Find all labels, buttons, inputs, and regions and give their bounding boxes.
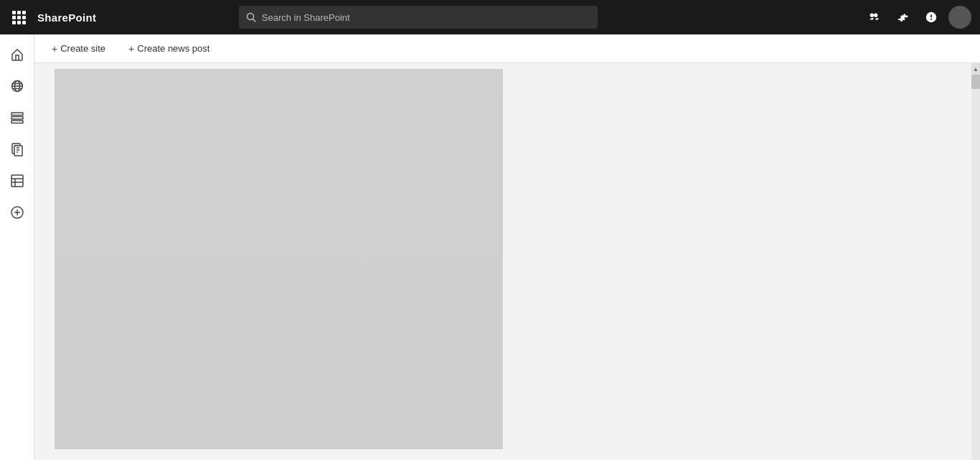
create-news-post-label: Create news post [137, 43, 209, 54]
feed-icon [10, 111, 24, 125]
svg-rect-11 [14, 146, 22, 156]
create-icon [10, 205, 24, 220]
scrollbar-up-arrow[interactable]: ▲ [971, 63, 980, 75]
nav-icons [862, 6, 971, 29]
gear-icon [896, 11, 909, 24]
svg-rect-12 [11, 175, 23, 187]
sidebar-item-home[interactable] [3, 40, 32, 69]
create-news-post-button[interactable]: + Create news post [123, 40, 215, 57]
top-navigation: SharePoint Search in SharePoint [0, 0, 980, 34]
help-icon-button[interactable] [920, 6, 943, 29]
search-icon [246, 12, 256, 22]
search-placeholder: Search in SharePoint [262, 12, 350, 23]
sidebar-item-create[interactable] [3, 198, 32, 227]
scrollbar-thumb[interactable] [971, 75, 980, 89]
sidebar [0, 34, 34, 460]
create-site-plus-icon: + [52, 43, 57, 55]
right-panel [503, 63, 971, 460]
content-area: + Create site + Create news post ▲ [34, 34, 980, 460]
create-news-post-plus-icon: + [128, 43, 134, 55]
search-bar[interactable]: Search in SharePoint [239, 6, 598, 29]
lists-icon [10, 174, 24, 188]
svg-rect-7 [11, 113, 23, 116]
create-site-button[interactable]: + Create site [46, 40, 111, 57]
settings-icon-button[interactable] [891, 6, 914, 29]
sidebar-item-pages[interactable] [3, 135, 32, 164]
create-site-label: Create site [60, 43, 105, 54]
page-content [34, 63, 503, 460]
pages-icon [10, 142, 24, 156]
toolbar: + Create site + Create news post [34, 34, 980, 63]
svg-rect-9 [11, 121, 23, 123]
globe-icon [10, 79, 24, 93]
user-avatar[interactable] [948, 6, 971, 29]
svg-rect-8 [11, 117, 23, 120]
help-icon [925, 11, 938, 24]
scrollbar-track [971, 75, 980, 460]
waffle-icon[interactable] [9, 7, 29, 27]
main-wrapper: + Create site + Create news post ▲ [0, 34, 980, 460]
sidebar-item-lists[interactable] [3, 166, 32, 195]
sidebar-item-feed[interactable] [3, 103, 32, 132]
scroll-area: ▲ [34, 63, 980, 460]
vertical-scrollbar[interactable]: ▲ [971, 63, 980, 460]
social-icon [867, 11, 880, 24]
social-icon-button[interactable] [862, 6, 885, 29]
sidebar-item-globe[interactable] [3, 72, 32, 100]
home-icon [10, 47, 24, 62]
svg-line-1 [253, 19, 255, 22]
main-content-block [55, 69, 503, 449]
app-name: SharePoint [37, 11, 96, 24]
